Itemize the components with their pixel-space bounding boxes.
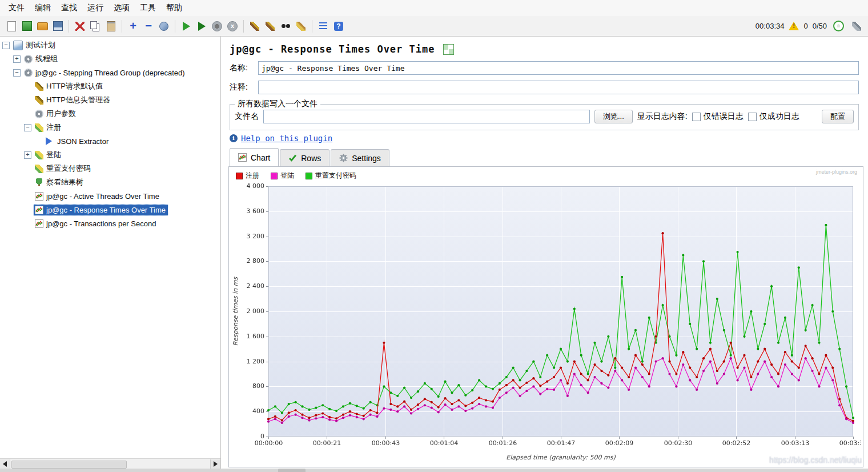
csdn-watermark: https://blog.csdn.net/liuqiu [769,455,862,465]
tree-node[interactable]: jp@gc - Stepping Thread Group (deprecate… [23,67,187,78]
name-label: 名称: [230,63,258,73]
expand-all-icon[interactable]: + [126,19,140,33]
tree-node[interactable]: 重置支付密码 [34,162,93,175]
start-icon[interactable] [179,19,193,33]
tree-node[interactable]: jp@gc - Active Threads Over Time [34,191,162,202]
plugin-refresh-icon[interactable] [443,44,454,55]
save-icon[interactable] [51,19,65,33]
tree-node-label: JSON Extractor [57,137,108,146]
scrollbar-thumb[interactable] [11,461,127,469]
new-file-icon[interactable] [5,19,18,33]
tree-row: −测试计划 [0,38,220,52]
legend-swatch [236,173,243,179]
tree-node[interactable]: JSON Extractor [45,136,111,147]
clear-all-icon[interactable] [850,19,863,33]
success-only-checkbox[interactable] [748,113,757,121]
write-results-group: 所有数据写入一个文件 文件名 浏览... 显示日志内容: 仅错误日志 仅成功日志… [230,104,859,130]
tree-node[interactable]: jp@gc - Transactions per Second [34,218,158,229]
remote-start-icon[interactable] [248,19,262,33]
tree-row: −注册 [0,121,220,134]
tree-row: 用户参数 [0,107,220,121]
remote-status-icon[interactable] [831,19,845,33]
tab-label: Rows [301,154,321,163]
tree-toggle-icon[interactable]: + [13,55,21,63]
tab-chart[interactable]: Chart [230,148,279,167]
cut-icon[interactable] [73,19,87,33]
tree-node[interactable]: 注册 [34,121,63,134]
tree-node[interactable]: 测试计划 [12,39,58,51]
menu-item[interactable]: 工具 [135,1,161,15]
clear-icon[interactable] [294,19,308,33]
menu-item[interactable]: 查找 [56,1,82,15]
name-row: 名称: [230,61,859,75]
open-file-icon[interactable] [35,19,49,33]
tree-node[interactable]: HTTP信息头管理器 [34,94,112,106]
tree-row: HTTP请求默认值 [0,79,220,93]
sampler-icon [35,151,43,159]
tree-toggle-icon[interactable]: − [24,124,31,131]
chart-listener-icon [35,219,43,228]
paste-icon[interactable] [104,19,118,33]
legend-label: 重置支付密码 [315,171,356,181]
tab-rows[interactable]: Rows [280,149,329,166]
help-link[interactable]: Help on this plugin [241,134,332,143]
tab-settings[interactable]: Settings [331,149,389,166]
menu-item[interactable]: 选项 [108,1,135,15]
menu-item[interactable]: 运行 [82,1,108,15]
tree-node[interactable]: jp@gc - Response Times Over Time [34,205,168,215]
http-defaults-icon [35,82,43,91]
errors-only-option[interactable]: 仅错误日志 [692,111,744,122]
info-icon: i [230,134,238,142]
menu-item[interactable]: 文件 [3,1,30,15]
tree-node[interactable]: 用户参数 [34,107,78,120]
menu-item[interactable]: 编辑 [30,1,56,15]
remote-stop-icon[interactable] [263,19,277,33]
shutdown-icon[interactable] [226,19,239,33]
tree-node[interactable]: HTTP请求默认值 [34,80,105,93]
response-times-chart [231,182,861,463]
tree-node-label: 用户参数 [46,109,76,119]
tree-row: 重置支付密码 [0,162,220,175]
tree-node[interactable]: 登陆 [34,149,63,161]
sampler-icon [35,123,43,132]
scroll-right-icon[interactable] [210,459,220,469]
help-icon[interactable]: ? [332,19,345,33]
log-display-label: 显示日志内容: [637,111,688,122]
stop-icon[interactable] [210,19,224,33]
tree-node[interactable]: 察看结果树 [34,176,86,189]
toggle-icon[interactable] [157,19,171,33]
tree-horizontal-scrollbar[interactable] [0,458,220,469]
toolbar-status: 00:03:34 0 0/50 [756,19,863,33]
success-only-option[interactable]: 仅成功日志 [748,111,799,122]
filename-input[interactable] [263,110,590,123]
menu-item[interactable]: 帮助 [161,1,187,15]
function-helper-icon[interactable] [316,19,330,33]
tree-node-label: HTTP请求默认值 [46,81,103,91]
scrollbar-track[interactable] [10,459,210,469]
tree-toggle-icon[interactable]: − [13,69,21,77]
legend-label: 注册 [246,171,259,181]
warning-icon[interactable] [789,22,799,30]
tree-row: JSON Extractor [0,134,220,148]
tree-toggle-icon[interactable]: + [24,151,31,159]
tree-node-label: jp@gc - Response Times Over Time [46,206,166,214]
browse-button[interactable]: 浏览... [594,110,633,123]
tree-node[interactable]: 线程组 [23,53,60,65]
comment-input[interactable] [258,81,859,94]
tree-row: jp@gc - Response Times Over Time [0,203,220,217]
group-row: 文件名 浏览... 显示日志内容: 仅错误日志 仅成功日志 配置 [235,110,854,123]
templates-icon[interactable] [20,19,34,33]
name-input[interactable] [258,61,859,75]
jmeter-window: 文件编辑查找运行选项工具帮助 + − ? 00:03:34 0 0/50 [0,0,868,472]
collapse-all-icon[interactable]: − [142,19,155,33]
tree-node-label: 测试计划 [26,40,55,50]
tree-toggle-icon[interactable]: − [2,42,10,49]
copy-icon[interactable] [89,19,102,33]
scroll-left-icon[interactable] [0,459,10,469]
errors-only-checkbox[interactable] [692,113,701,121]
toolbar-separator [312,20,312,33]
configure-button[interactable]: 配置 [822,110,854,123]
start-no-pauses-icon[interactable] [195,19,208,33]
search-icon[interactable] [279,19,292,33]
bottom-strip [0,469,868,472]
